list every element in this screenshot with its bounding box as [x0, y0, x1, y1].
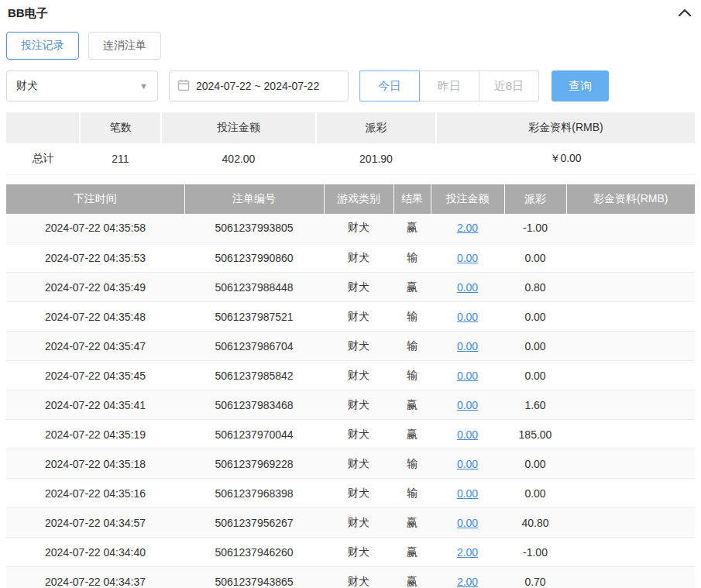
- chevron-up-icon: [678, 8, 692, 19]
- summary-header-blank: [6, 112, 80, 143]
- tab-canceled-orders[interactable]: 连消注单: [88, 32, 161, 60]
- game-type-cell: 财犬: [324, 538, 393, 567]
- bet-amount-cell: 0.00: [431, 390, 504, 420]
- panel-header: BB电子: [6, 0, 695, 26]
- bonus-cell: [566, 273, 695, 302]
- bonus-cell: [566, 332, 695, 361]
- tab-bar: 投注记录 连消注单: [6, 26, 695, 67]
- bet-amount-link[interactable]: 0.00: [457, 252, 478, 264]
- bet-time-cell: 2024-07-22 04:35:19: [6, 420, 184, 449]
- bet-amount-link[interactable]: 2.00: [457, 576, 478, 588]
- order-number-cell: 5061237968398: [184, 479, 324, 508]
- payout-cell: 40.80: [504, 508, 566, 538]
- date-range-input[interactable]: 2024-07-22 ~ 2024-07-22: [169, 70, 349, 101]
- bet-amount-link[interactable]: 0.00: [457, 340, 478, 352]
- bonus-cell: [566, 479, 695, 508]
- bet-amount-link[interactable]: 0.00: [457, 428, 478, 441]
- bet-amount-link[interactable]: 0.00: [457, 487, 478, 500]
- yesterday-button[interactable]: 昨日: [419, 70, 479, 101]
- bet-time-cell: 2024-07-22 04:35:41: [6, 390, 184, 420]
- result-cell: 赢: [393, 567, 431, 588]
- game-type-cell: 财犬: [324, 390, 393, 420]
- bet-amount-link[interactable]: 0.00: [457, 517, 478, 529]
- table-row: 2024-07-22 04:34:37 5061237943865 财犬 赢 2…: [6, 567, 695, 588]
- summary-header-bet-amount: 投注金额: [161, 112, 316, 143]
- bonus-cell: [566, 361, 695, 390]
- payout-cell: -1.00: [504, 214, 566, 243]
- bet-amount-cell: 2.00: [431, 567, 504, 588]
- bet-amount-link[interactable]: 0.00: [457, 370, 478, 382]
- bonus-cell: [566, 420, 695, 449]
- order-number-cell: 5061237969228: [184, 449, 324, 479]
- table-row: 2024-07-22 04:35:49 5061237988448 财犬 赢 0…: [6, 273, 695, 302]
- bet-records-table: 下注时间 注单编号 游戏类别 结果 投注金额 派彩 彩金资料(RMB) 2024…: [6, 184, 695, 588]
- bet-time-cell: 2024-07-22 04:35:18: [6, 449, 184, 479]
- game-type-cell: 财犬: [324, 332, 393, 361]
- table-row: 2024-07-22 04:35:19 5061237970044 财犬 赢 0…: [6, 420, 695, 449]
- table-row: 2024-07-22 04:35:47 5061237986704 财犬 输 0…: [6, 332, 695, 361]
- bet-time-cell: 2024-07-22 04:34:40: [6, 538, 184, 567]
- payout-cell: 0.70: [504, 567, 566, 588]
- bet-amount-cell: 0.00: [431, 479, 504, 508]
- tab-bet-records[interactable]: 投注记录: [6, 32, 79, 60]
- summary-header-bonus: 彩金资料(RMB): [436, 112, 695, 143]
- bet-amount-cell: 2.00: [431, 214, 504, 243]
- bet-amount-cell: 0.00: [431, 302, 504, 332]
- bet-amount-link[interactable]: 2.00: [457, 222, 478, 234]
- game-select[interactable]: 财犬 ▼: [6, 70, 158, 101]
- summary-total-payout: 201.90: [316, 143, 436, 174]
- bet-time-cell: 2024-07-22 04:35:47: [6, 332, 184, 361]
- bonus-cell: [566, 567, 695, 588]
- header-result: 结果: [393, 184, 431, 214]
- payout-cell: 0.80: [504, 273, 566, 302]
- bet-amount-link[interactable]: 0.00: [457, 458, 478, 470]
- order-number-cell: 5061237946260: [184, 538, 324, 567]
- order-number-cell: 5061237970044: [184, 420, 324, 449]
- header-bet-amount: 投注金额: [431, 184, 504, 214]
- table-row: 2024-07-22 04:35:53 5061237990860 财犬 输 0…: [6, 243, 695, 273]
- order-number-cell: 5061237986704: [184, 332, 324, 361]
- summary-header-row: 笔数 投注金额 派彩 彩金资料(RMB): [6, 112, 695, 143]
- result-cell: 输: [393, 332, 431, 361]
- search-button[interactable]: 查询: [552, 70, 609, 101]
- bet-time-cell: 2024-07-22 04:35:45: [6, 361, 184, 390]
- bet-amount-cell: 0.00: [431, 508, 504, 538]
- chevron-down-icon: ▼: [139, 81, 148, 91]
- bet-records-panel: BB电子 投注记录 连消注单 财犬 ▼ 2024-07-22 ~ 2024-07…: [0, 0, 701, 588]
- bet-amount-cell: 0.00: [431, 243, 504, 273]
- collapse-panel-button[interactable]: [676, 6, 693, 21]
- order-number-cell: 5061237983468: [184, 390, 324, 420]
- order-number-cell: 5061237956267: [184, 508, 324, 538]
- bet-time-cell: 2024-07-22 04:34:37: [6, 567, 184, 588]
- summary-header-count: 笔数: [80, 112, 161, 143]
- quick-date-group: 今日 昨日 近8日: [359, 70, 539, 101]
- game-type-cell: 财犬: [324, 214, 393, 243]
- result-cell: 赢: [393, 390, 431, 420]
- payout-cell: 0.00: [504, 302, 566, 332]
- payout-cell: 0.00: [504, 243, 566, 273]
- bet-amount-cell: 0.00: [431, 332, 504, 361]
- today-button[interactable]: 今日: [359, 70, 420, 101]
- bet-table-body: 2024-07-22 04:35:58 5061237993805 财犬 赢 2…: [6, 214, 695, 588]
- bet-time-cell: 2024-07-22 04:35:53: [6, 243, 184, 273]
- table-row: 2024-07-22 04:35:41 5061237983468 财犬 赢 0…: [6, 390, 695, 420]
- bet-amount-link[interactable]: 0.00: [457, 281, 478, 294]
- bet-time-cell: 2024-07-22 04:35:16: [6, 479, 184, 508]
- bonus-cell: [566, 302, 695, 332]
- bonus-cell: [566, 243, 695, 273]
- summary-header-payout: 派彩: [316, 112, 436, 143]
- summary-total-row: 总计 211 402.00 201.90 ￥0.00: [6, 143, 695, 174]
- summary-total-bonus: ￥0.00: [436, 143, 695, 174]
- last-8-days-button[interactable]: 近8日: [479, 70, 539, 101]
- payout-cell: 1.60: [504, 390, 566, 420]
- bet-amount-link[interactable]: 2.00: [457, 546, 478, 559]
- header-bonus: 彩金资料(RMB): [566, 184, 695, 214]
- bonus-cell: [566, 508, 695, 538]
- summary-table: 笔数 投注金额 派彩 彩金资料(RMB) 总计 211 402.00 201.9…: [6, 112, 695, 175]
- bonus-cell: [566, 214, 695, 243]
- game-type-cell: 财犬: [324, 420, 393, 449]
- bet-amount-link[interactable]: 0.00: [457, 311, 478, 323]
- result-cell: 输: [393, 479, 431, 508]
- result-cell: 赢: [393, 273, 431, 302]
- bet-amount-link[interactable]: 0.00: [457, 399, 478, 411]
